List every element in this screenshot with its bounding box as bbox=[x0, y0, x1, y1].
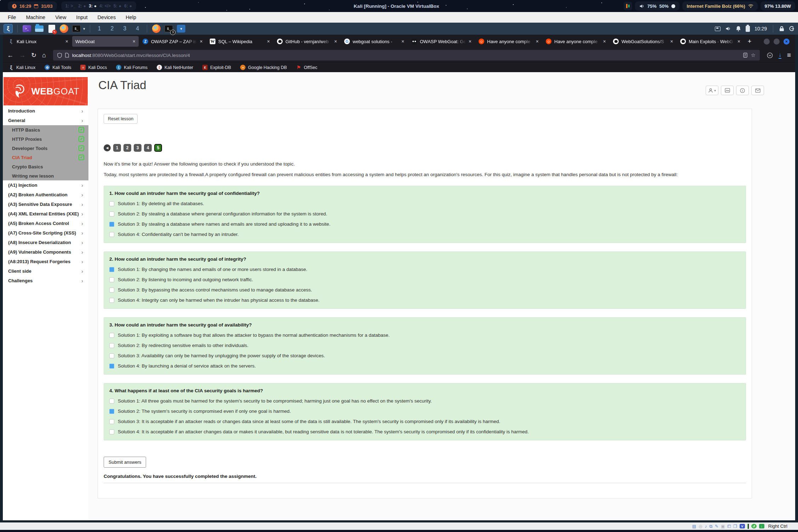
reader-mode-icon[interactable] bbox=[743, 53, 747, 58]
sidebar-lesson-http-basics[interactable]: HTTP Basics✔ bbox=[3, 125, 88, 134]
tab-kali-linux[interactable]: Kali Linux× bbox=[5, 36, 71, 47]
menu-input[interactable]: Input bbox=[76, 15, 87, 20]
checkbox[interactable] bbox=[109, 333, 114, 338]
tab-close-icon[interactable]: × bbox=[133, 39, 135, 44]
network-pill[interactable]: Internet Familie Bolz (66%) bbox=[682, 1, 757, 11]
answer-option[interactable]: Solution 4: Integrity can only be harmed… bbox=[109, 297, 740, 303]
sidebar-item-challenges[interactable]: Challenges› bbox=[3, 276, 88, 285]
page-1-button[interactable]: 1 bbox=[113, 144, 121, 152]
bookmark-offsec[interactable]: OffSec bbox=[296, 65, 317, 70]
vm-clock[interactable]: 10:29 bbox=[754, 26, 767, 31]
window-maximize-button[interactable] bbox=[774, 39, 780, 45]
new-tab-button[interactable]: + bbox=[744, 36, 755, 46]
host-workspace-5[interactable]: 5:● bbox=[114, 4, 121, 8]
bookmark-exploit-db[interactable]: Exploit-DB bbox=[202, 65, 231, 70]
sidebar-item-a7-xss[interactable]: (A7) Cross-Site Scripting (XSS)› bbox=[3, 228, 88, 238]
report-card-button[interactable] bbox=[721, 86, 734, 95]
downloads-tray-button[interactable]: ▾ bbox=[177, 24, 186, 33]
notification-bell-icon[interactable] bbox=[736, 26, 741, 31]
answer-option[interactable]: Solution 1: By changing the names and em… bbox=[109, 267, 740, 272]
window-close-button[interactable]: × bbox=[783, 39, 790, 45]
answer-option[interactable]: Solution 1: By deleting all the database… bbox=[109, 201, 740, 206]
bookmark-kali-linux[interactable]: Kali Linux bbox=[8, 65, 35, 70]
tab-github-vernjan[interactable]: GitHub - vernjan/web× bbox=[274, 36, 340, 47]
tab-main-exploits[interactable]: Main Exploits · WebG× bbox=[677, 36, 744, 47]
checkbox[interactable] bbox=[109, 212, 114, 216]
tab-close-icon[interactable]: × bbox=[738, 39, 740, 44]
checkbox[interactable] bbox=[109, 343, 114, 348]
checkbox[interactable] bbox=[109, 429, 114, 434]
sidebar-item-a9-vulnerable-components[interactable]: (A9) Vulnerable Components› bbox=[3, 247, 88, 257]
checkbox[interactable] bbox=[109, 419, 114, 424]
tab-close-icon[interactable]: × bbox=[469, 39, 472, 44]
tab-reddit-1[interactable]: Have anyone comple× bbox=[475, 36, 542, 47]
recording-icon[interactable]: ❐ bbox=[733, 524, 737, 528]
menu-file[interactable]: File bbox=[8, 15, 16, 20]
tab-close-icon[interactable]: × bbox=[401, 39, 404, 44]
page-info-icon[interactable] bbox=[65, 53, 69, 58]
sidebar-lesson-cia-triad[interactable]: CIA Triad✔ bbox=[3, 153, 88, 162]
downloads-button[interactable]: ↓ bbox=[779, 52, 781, 59]
sidebar-item-a5-broken-access-control[interactable]: (A5) Broken Access Control› bbox=[3, 219, 88, 228]
checkbox[interactable] bbox=[109, 298, 114, 303]
answer-option[interactable]: Solution 3: By bypassing the access cont… bbox=[109, 287, 740, 293]
menu-help[interactable]: Help bbox=[126, 15, 136, 20]
sidebar-lesson-developer-tools[interactable]: Developer Tools✔ bbox=[3, 144, 88, 153]
mouse-integration-icon[interactable]: ↺ bbox=[751, 524, 757, 528]
auto-resize-icon[interactable]: ↓ bbox=[759, 524, 764, 528]
user-menu-button[interactable]: ▾ bbox=[706, 86, 718, 95]
about-info-button[interactable] bbox=[736, 86, 749, 95]
answer-option[interactable]: Solution 2: By redirecting sensitive ema… bbox=[109, 343, 740, 348]
home-button[interactable]: ⌂ bbox=[42, 52, 46, 58]
menu-devices[interactable]: Devices bbox=[98, 15, 116, 20]
tab-webgoatsolutions[interactable]: WebGoatSolutions/S× bbox=[610, 36, 676, 47]
checkbox[interactable] bbox=[109, 364, 114, 369]
checkbox[interactable] bbox=[109, 277, 114, 282]
vm-features-icon[interactable]: V bbox=[740, 524, 745, 528]
lock-icon[interactable] bbox=[779, 26, 784, 31]
display-icon[interactable]: ⧠ bbox=[727, 524, 731, 528]
launcher-dropdown-icon[interactable]: ▾ bbox=[83, 27, 85, 31]
checkbox[interactable] bbox=[109, 222, 114, 227]
bookmark-star-icon[interactable]: ☆ bbox=[751, 52, 755, 58]
pocket-icon[interactable] bbox=[767, 52, 773, 58]
menu-machine[interactable]: Machine bbox=[26, 15, 45, 20]
logout-power-icon[interactable] bbox=[789, 26, 794, 31]
reset-lesson-button[interactable]: Reset lesson bbox=[104, 114, 138, 124]
page-5-button[interactable]: 5 bbox=[154, 144, 162, 152]
file-manager-launcher[interactable] bbox=[35, 24, 44, 33]
network-adapter-icon[interactable]: ⧉ bbox=[709, 524, 712, 528]
bookmark-kali-nethunter[interactable]: Kali NetHunter bbox=[157, 65, 193, 70]
vm-workspace-1[interactable]: 1 bbox=[95, 25, 104, 32]
answer-option[interactable]: Solution 1: By exploiting a software bug… bbox=[109, 332, 740, 338]
shared-folders-icon[interactable]: ▣ bbox=[721, 524, 725, 528]
menu-hamburger-icon[interactable]: ≡ bbox=[787, 51, 791, 59]
tray-app-icon[interactable] bbox=[624, 2, 632, 10]
sidebar-item-a1-injection[interactable]: (A1) Injection› bbox=[3, 180, 88, 190]
sidebar-lesson-writing-new-lesson[interactable]: Writing new lesson✔ bbox=[3, 171, 88, 180]
answer-option[interactable]: Solution 4: It is acceptable if an attac… bbox=[109, 429, 740, 434]
battery-icon[interactable] bbox=[746, 26, 750, 32]
page-3-button[interactable]: 3 bbox=[134, 144, 141, 152]
sidebar-item-a8-insecure-deserialization[interactable]: (A8) Insecure Deserialization› bbox=[3, 238, 88, 247]
konsole-launcher[interactable]: >_ bbox=[22, 24, 31, 33]
shield-icon[interactable] bbox=[57, 53, 62, 58]
audio-brightness-pill[interactable]: 75% 50% bbox=[635, 1, 680, 11]
firefox-launcher[interactable] bbox=[59, 24, 69, 33]
sidebar-item-a4-xxe[interactable]: (A4) XML External Entities (XXE)› bbox=[3, 209, 88, 219]
host-workspace-2[interactable]: 2:● bbox=[78, 4, 86, 8]
battery-pill[interactable]: 97% 13.80W bbox=[761, 1, 795, 11]
firefox-window-button[interactable] bbox=[152, 24, 161, 33]
checkbox[interactable] bbox=[109, 201, 114, 206]
tab-close-icon[interactable]: × bbox=[65, 39, 68, 44]
optical-drive-icon[interactable]: ◎ bbox=[699, 524, 702, 528]
vm-workspace-2[interactable]: 2 bbox=[107, 25, 117, 32]
answer-option[interactable]: Solution 4: By launching a denial of ser… bbox=[109, 363, 740, 369]
answer-option[interactable]: Solution 2: By listening to incoming and… bbox=[109, 277, 740, 282]
bookmark-kali-forums[interactable]: Kali Forums bbox=[116, 65, 148, 70]
menu-view[interactable]: View bbox=[55, 15, 66, 20]
answer-option[interactable]: Solution 3: It is acceptable if an attac… bbox=[109, 419, 740, 424]
tab-google-search[interactable]: webgoat solutions -× bbox=[341, 36, 407, 47]
text-editor-launcher[interactable] bbox=[47, 24, 56, 33]
tab-close-icon[interactable]: × bbox=[200, 39, 203, 44]
